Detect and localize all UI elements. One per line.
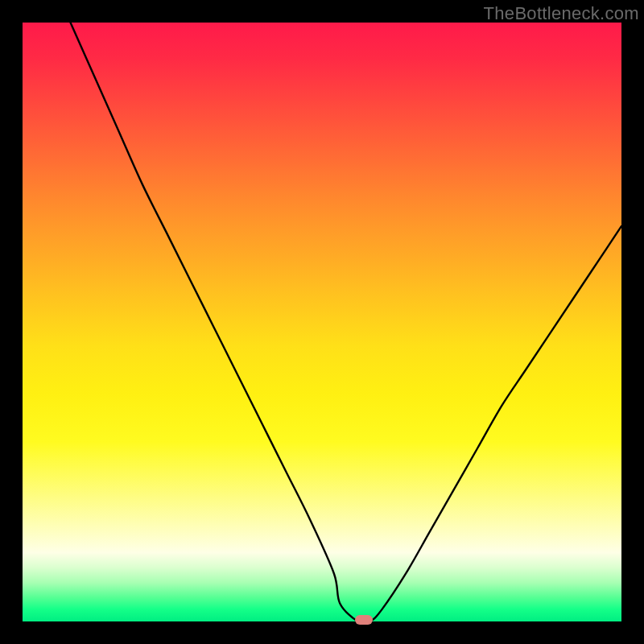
curve-svg (23, 23, 621, 621)
plot-area (23, 23, 621, 621)
watermark-text: TheBottleneck.com (484, 3, 639, 24)
bottleneck-curve (71, 23, 621, 621)
chart-container: TheBottleneck.com (0, 0, 644, 644)
optimal-marker (355, 615, 373, 625)
